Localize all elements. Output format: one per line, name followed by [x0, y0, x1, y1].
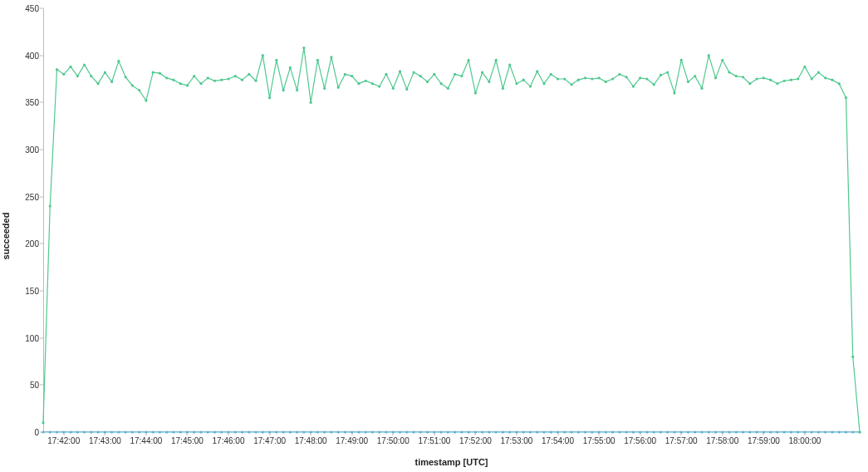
series-point-failed	[488, 430, 490, 433]
y-tick-label: 0	[6, 428, 39, 437]
series-point-succeeded	[811, 77, 813, 80]
series-point-failed	[56, 430, 58, 433]
series-point-failed	[790, 430, 792, 433]
series-point-succeeded	[186, 84, 189, 86]
series-point-failed	[714, 430, 717, 433]
x-tick-label: 17:42:00	[47, 436, 80, 445]
x-tick-label: 17:59:00	[748, 436, 780, 445]
series-point-succeeded	[797, 77, 799, 80]
series-point-failed	[392, 430, 395, 433]
series-point-failed	[302, 430, 305, 433]
y-tick-label: 200	[6, 239, 39, 248]
series-point-failed	[515, 430, 517, 433]
series-point-succeeded	[660, 74, 662, 76]
series-point-failed	[591, 430, 593, 433]
series-point-succeeded	[323, 87, 326, 90]
series-point-failed	[495, 430, 498, 433]
series-point-failed	[76, 430, 79, 433]
series-point-failed	[605, 430, 607, 433]
series-point-failed	[337, 430, 340, 433]
series-point-succeeded	[419, 75, 422, 77]
series-point-failed	[542, 430, 545, 433]
series-point-succeeded	[69, 66, 71, 68]
series-point-failed	[220, 430, 223, 433]
series-point-failed	[440, 430, 443, 433]
series-point-failed	[529, 430, 532, 433]
series-point-succeeded	[282, 89, 285, 91]
series-point-failed	[351, 430, 353, 433]
series-point-failed	[797, 430, 799, 433]
series-point-succeeded	[104, 71, 106, 73]
series-point-failed	[611, 430, 614, 433]
series-point-succeeded	[125, 76, 127, 78]
series-point-succeeded	[502, 87, 504, 90]
series-point-succeeded	[351, 75, 353, 77]
series-point-succeeded	[742, 76, 744, 78]
series-point-succeeded	[687, 81, 689, 83]
x-tick-label: 17:50:00	[377, 436, 409, 445]
series-point-succeeded	[748, 82, 751, 85]
series-point-succeeded	[385, 73, 387, 76]
series-point-failed	[385, 430, 387, 433]
series-point-failed	[193, 430, 195, 433]
series-point-failed	[468, 430, 470, 433]
series-point-failed	[310, 430, 312, 433]
series-point-failed	[474, 430, 477, 433]
series-point-succeeded	[172, 79, 174, 81]
series-point-succeeded	[254, 80, 257, 82]
series-point-failed	[186, 430, 189, 433]
x-tick-label: 17:47:00	[253, 436, 286, 445]
series-point-succeeded	[330, 56, 332, 58]
series-point-failed	[700, 430, 703, 433]
series-point-failed	[721, 430, 723, 433]
series-point-succeeded	[625, 76, 628, 78]
series-point-failed	[598, 430, 601, 433]
series-point-failed	[165, 430, 168, 433]
series-point-failed	[138, 430, 140, 433]
y-tick-label: 250	[6, 192, 39, 201]
series-point-succeeded	[570, 83, 572, 86]
series-point-succeeded	[159, 72, 161, 75]
series-point-succeeded	[193, 75, 195, 77]
series-point-failed	[378, 430, 380, 433]
series-point-failed	[275, 430, 277, 433]
series-point-succeeded	[275, 59, 277, 61]
series-point-failed	[399, 430, 401, 433]
series-point-succeeded	[858, 430, 861, 433]
x-tick-label: 17:54:00	[542, 436, 574, 445]
series-point-succeeded	[302, 47, 305, 49]
y-tick-label: 450	[6, 4, 39, 13]
series-point-succeeded	[131, 84, 134, 86]
series-point-failed	[522, 430, 525, 433]
series-point-succeeded	[618, 73, 620, 76]
series-point-failed	[851, 430, 854, 433]
series-point-failed	[172, 430, 174, 433]
series-point-succeeded	[468, 59, 470, 61]
x-tick-label: 18:00:00	[788, 436, 821, 445]
series-point-failed	[110, 430, 113, 433]
series-point-failed	[330, 430, 332, 433]
series-point-succeeded	[316, 59, 319, 61]
series-point-failed	[199, 430, 202, 433]
series-point-succeeded	[179, 82, 182, 85]
series-point-succeeded	[474, 91, 477, 94]
series-point-succeeded	[76, 75, 79, 77]
series-point-failed	[49, 430, 51, 433]
series-point-succeeded	[117, 60, 120, 62]
series-point-failed	[207, 430, 209, 433]
series-point-succeeded	[515, 82, 517, 85]
series-point-failed	[117, 430, 120, 433]
series-point-failed	[344, 430, 346, 433]
series-point-succeeded	[481, 71, 483, 73]
series-point-succeeded	[694, 75, 696, 77]
x-tick-label: 17:48:00	[295, 436, 327, 445]
series-point-failed	[454, 430, 456, 433]
x-tick-label: 17:55:00	[583, 436, 615, 445]
series-point-failed	[838, 430, 841, 433]
series-point-succeeded	[708, 54, 710, 57]
series-point-succeeded	[344, 73, 346, 76]
series-point-failed	[357, 430, 360, 433]
series-point-succeeded	[289, 66, 292, 69]
series-point-failed	[405, 430, 408, 433]
series-point-failed	[639, 430, 641, 433]
